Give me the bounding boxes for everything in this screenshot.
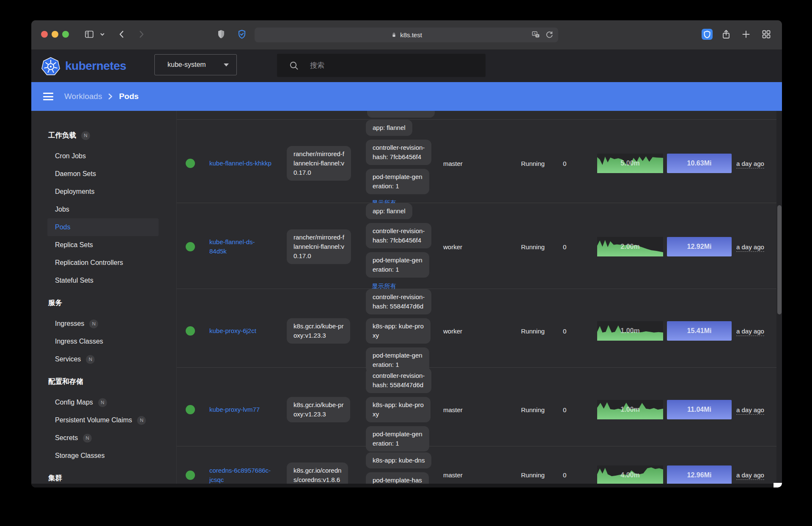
restarts-cell: 0	[554, 328, 590, 335]
share-icon[interactable]	[721, 29, 731, 39]
label-chip: pod-template-generation: 1	[366, 169, 429, 194]
pod-name-link[interactable]: kube-flannel-ds-84d5k	[209, 237, 280, 256]
sidebar-item[interactable]: Stateful Sets	[47, 272, 159, 289]
sidebar-item[interactable]: Services N	[47, 350, 159, 368]
restarts-cell: 0	[554, 160, 590, 167]
namespaced-badge: N	[81, 131, 90, 140]
forward-icon[interactable]	[136, 29, 146, 39]
sidebar-section: 配置和存储 Config Maps N Persistent Volume Cl…	[31, 377, 176, 465]
label-chip: controller-revision-hash: 7fcb6456f4	[366, 223, 431, 248]
content-area: 工作负载 N Cron Jobs Daemon Sets Deployments…	[31, 111, 782, 484]
pod-name-link[interactable]: kube-proxy-6j2ct	[209, 326, 280, 336]
label-chip: controller-revision-hash: 7fcb6456f4	[366, 140, 431, 165]
search-input[interactable]	[310, 61, 471, 70]
horizontal-scrollbar[interactable]	[31, 484, 782, 487]
sidebar-item[interactable]: Persistent Volume Claims N	[47, 411, 159, 429]
sidebar-item[interactable]: Daemon Sets	[47, 165, 159, 183]
sidebar-toggle-icon[interactable]	[84, 29, 94, 39]
new-tab-icon[interactable]	[741, 29, 751, 39]
translate-icon[interactable]: A✕	[531, 30, 540, 39]
shield-check-extension-icon[interactable]	[237, 29, 247, 39]
tab-overview-icon[interactable]	[761, 29, 771, 39]
sidebar-section-title: 工作负载	[48, 131, 76, 140]
window-corner	[774, 483, 782, 487]
vertical-scrollbar[interactable]	[776, 111, 782, 484]
clipped-row	[177, 111, 776, 120]
sidebar-item[interactable]: Replication Controllers	[47, 254, 159, 272]
sidebar-item[interactable]: Cron Jobs	[47, 147, 159, 165]
pod-name-link[interactable]: coredns-6c8957686c-jcsqc	[209, 466, 280, 484]
sidebar-item[interactable]: Config Maps N	[47, 394, 159, 411]
breadcrumb-section[interactable]: Workloads	[64, 92, 102, 101]
sidebar-item[interactable]: Replica Sets	[47, 236, 159, 254]
image-chip: k8s.gcr.io/kube-proxy:v1.23.3	[287, 397, 350, 422]
sidebar-item[interactable]: Ingress Classes	[47, 333, 159, 350]
scrollbar-thumb[interactable]	[777, 205, 782, 314]
sidebar-item[interactable]: Secrets N	[47, 429, 159, 447]
status-cell: Running	[518, 328, 554, 335]
restarts-cell: 0	[554, 471, 590, 479]
menu-icon[interactable]	[43, 93, 53, 100]
pod-name-link[interactable]: kube-flannel-ds-khkkp	[209, 159, 280, 168]
chevron-down-icon	[224, 63, 229, 66]
sidebar-section-title: 配置和存储	[48, 377, 83, 386]
namespaced-badge: N	[86, 355, 95, 364]
table-row: kube-proxy-lvm77 k8s.gcr.io/kube-proxy:v…	[177, 368, 776, 446]
cpu-sparkline: 1.00m	[597, 321, 663, 341]
sidebar-item[interactable]: Storage Classes	[47, 447, 159, 465]
privacy-shield-icon[interactable]	[216, 29, 226, 39]
pod-name-link[interactable]: kube-proxy-lvm77	[209, 405, 280, 414]
namespaced-badge: N	[89, 319, 98, 328]
kubernetes-logo-icon	[41, 56, 60, 76]
sidebar-item[interactable]: Deployments	[47, 183, 159, 201]
table-row: kube-flannel-ds-khkkp rancher/mirrored-f…	[177, 120, 776, 203]
reload-icon[interactable]	[545, 30, 554, 39]
sidebar: 工作负载 N Cron Jobs Daemon Sets Deployments…	[31, 111, 176, 484]
namespace-select[interactable]: kube-system	[154, 54, 237, 75]
labels-cell: app: flannelcontroller-revision-hash: 7f…	[364, 120, 440, 207]
sidebar-section-title: 服务	[48, 298, 62, 308]
node-cell: master	[440, 471, 518, 479]
node-cell: master	[440, 406, 518, 413]
minimize-window-button[interactable]	[52, 31, 58, 38]
memory-bar: 11.04Mi	[667, 400, 732, 419]
status-ok-dot	[186, 242, 195, 251]
image-chip: k8s.gcr.io/coredns/coredns:v1.8.6	[287, 463, 348, 484]
memory-bar: 12.92Mi	[667, 237, 732, 256]
table-row: kube-proxy-6j2ct k8s.gcr.io/kube-proxy:v…	[177, 289, 776, 368]
brand-title: kubernetes	[65, 59, 126, 73]
zoom-window-button[interactable]	[62, 31, 69, 38]
cpu-sparkline: 2.00m	[597, 237, 663, 256]
namespaced-badge: N	[137, 416, 146, 425]
sidebar-section: 集群	[31, 473, 176, 483]
breadcrumb-bar: Workloads Pods	[31, 82, 782, 111]
lock-icon	[391, 32, 397, 38]
page-title: Pods	[119, 92, 138, 101]
status-cell: Running	[518, 406, 554, 413]
sidebar-chevron-down-icon[interactable]	[99, 29, 106, 39]
image-chip: rancher/mirrored-flannelcni-flannel:v0.1…	[287, 146, 351, 181]
labels-cell: k8s-app: kube-dnspod-template-hash: 6c89…	[364, 452, 440, 484]
age-cell: a day ago	[736, 243, 764, 252]
password-manager-extension-icon[interactable]	[702, 29, 713, 40]
memory-bar: 15.41Mi	[667, 321, 732, 341]
cpu-sparkline: 5.00m	[597, 154, 663, 173]
label-chip: app: flannel	[366, 203, 412, 219]
table-row: coredns-6c8957686c-jcsqc k8s.gcr.io/core…	[177, 446, 776, 484]
browser-toolbar: k8s.test A✕	[31, 20, 782, 50]
node-cell: worker	[440, 243, 518, 251]
close-window-button[interactable]	[41, 31, 48, 38]
back-icon[interactable]	[117, 29, 127, 39]
app-header: kubernetes kube-system	[31, 50, 782, 82]
url-text: k8s.test	[400, 31, 422, 39]
status-ok-dot	[186, 405, 195, 414]
clipped-label-chip	[367, 111, 435, 118]
label-chip: pod-template-generation: 1	[366, 426, 429, 452]
table-row: kube-flannel-ds-84d5k rancher/mirrored-f…	[177, 203, 776, 289]
sidebar-item[interactable]: Ingresses N	[47, 315, 159, 333]
sidebar-item[interactable]: Jobs	[47, 201, 159, 218]
sidebar-item[interactable]: Pods	[47, 218, 159, 236]
cpu-sparkline: 1.00m	[597, 400, 663, 419]
label-chip: controller-revision-hash: 5584f47d6d	[366, 289, 431, 314]
address-bar[interactable]: k8s.test A✕	[255, 28, 558, 42]
